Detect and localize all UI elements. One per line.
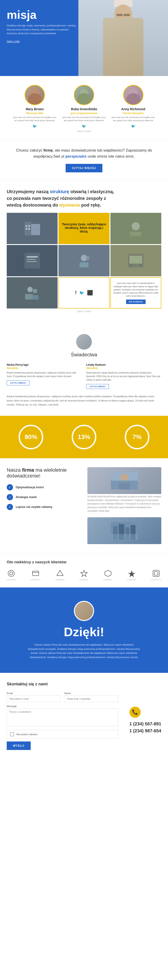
- instagram-icon[interactable]: ⬛: [87, 290, 93, 296]
- structure-section: Utrzymujemy naszą strukturę otwartą i el…: [0, 179, 168, 325]
- svg-rect-32: [111, 534, 138, 539]
- stat-item-3: 7%: [125, 425, 149, 449]
- name-label: Name: [64, 692, 118, 695]
- team-name-3: Anny Richmond: [111, 107, 156, 111]
- facebook-icon[interactable]: f: [75, 290, 77, 296]
- structure-title-hl: strukturę: [50, 189, 69, 194]
- thanks-section: Dzięki! Chcesz założyć firmę ale masz do…: [0, 587, 168, 673]
- team-role-1: Starszyny lider: [12, 112, 57, 115]
- team-grid: Mary Brown Starszyny lider Quis aute iur…: [7, 85, 161, 128]
- structure-image-6: [7, 277, 58, 309]
- contact-info: 📞 1 (234) 567-891 1 (234) 987-654: [125, 692, 161, 750]
- hero-person-glasses: [117, 14, 130, 16]
- client-logo-3: COMPAN: [56, 569, 65, 581]
- phone-number-2: 1 (234) 987-654: [130, 728, 161, 733]
- exp-label-1: Optymalizacja treści: [16, 485, 44, 489]
- twitter-icon-1[interactable]: 🐦: [32, 124, 37, 128]
- structure-image-2: [110, 213, 161, 244]
- structure-image-4: [58, 245, 109, 276]
- email-label: Email: [7, 692, 61, 695]
- team-avatar-1: [25, 85, 45, 105]
- hero-image: [78, 0, 168, 76]
- svg-rect-35: [32, 571, 39, 576]
- experience-title: Nasza firma ma wieloletnie doświadczenie…: [7, 467, 81, 479]
- message-label: Message: [7, 705, 118, 708]
- exp-title-hl: firma: [22, 467, 34, 473]
- form-group-email: Email: [7, 692, 61, 702]
- twitter-icon-social[interactable]: 🐦: [79, 290, 84, 295]
- experience-left: Nasza firma ma wieloletnie doświadczenie…: [7, 467, 81, 544]
- client-icon-1: [7, 569, 16, 578]
- svg-rect-11: [27, 261, 37, 262]
- sg-cell-img5: [110, 245, 161, 276]
- white-box-text: Quis aute mare dolor in reprehenderit in…: [113, 282, 158, 298]
- sg-cell-img2: [110, 213, 161, 244]
- submit-button[interactable]: WYŚLIJ: [7, 741, 31, 750]
- client-logo-4: COMPAN: [80, 569, 89, 581]
- experience-section: Nasza firma ma wieloletnie doświadczenie…: [0, 458, 168, 553]
- svg-rect-20: [25, 294, 33, 299]
- cta-firm: firmę: [43, 148, 53, 153]
- client-logo-6: COMPAN: [127, 569, 136, 581]
- cta-button[interactable]: CZYTAJ WIĘCEJ: [66, 164, 102, 172]
- team-section: Mary Brown Starszyny lider Quis aute iur…: [0, 76, 168, 140]
- team-avatar-2: [74, 85, 94, 105]
- team-card-2: Boba Greenfielda guru programmowania Qui…: [62, 85, 106, 128]
- client-icon-6: [127, 569, 136, 578]
- sg-cell-yellow: Tworzymy żywe, oddychające struktury, kt…: [58, 213, 109, 244]
- team-name-2: Boba Greenfielda: [62, 107, 106, 111]
- team-image-credit: Zdjęcia: Freepik: [7, 128, 161, 136]
- svg-rect-2: [26, 225, 27, 227]
- name-input[interactable]: [64, 695, 118, 702]
- recaptcha-box[interactable]: Nie jestem robotem: [7, 730, 118, 739]
- hero-person: [78, 0, 168, 76]
- stats-grid: 80% 13% 7%: [7, 425, 161, 449]
- testimonials-body: Artykuł świadectwa gotowy ekspresowo, na…: [7, 395, 161, 407]
- white-box-button[interactable]: IDŹ W WIECEJ: [126, 299, 146, 304]
- svg-rect-4: [26, 228, 27, 230]
- yellow-box-title: Tworzymy żywe, oddychające struktury, kt…: [61, 223, 107, 233]
- client-logo-1: COMPAN: [7, 569, 16, 581]
- svg-rect-22: [32, 295, 38, 299]
- thanks-title: Dzięki!: [7, 625, 161, 639]
- svg-rect-5: [28, 228, 30, 230]
- exp-item-2: ✓ Strategia marki: [7, 494, 81, 500]
- testimonial-card-1: Nicka Perry'ego Specjalista Artykuł świa…: [7, 363, 82, 389]
- testimonial-btn-2[interactable]: CZYTAJ WIĘCEJ: [86, 384, 109, 389]
- testimonials-grid: Nicka Perry'ego Specjalista Artykuł świa…: [7, 363, 161, 389]
- sg-cell-social: f 🐦 ⬛: [58, 277, 109, 309]
- client-logo-2: CONTACT: [31, 569, 41, 581]
- stat-item-2: 13%: [72, 425, 96, 449]
- hero-link[interactable]: Zdjęć z linki: [7, 40, 19, 43]
- client-name-6: COMPAN: [127, 579, 136, 581]
- thanks-avatar: [74, 601, 94, 621]
- exp-label-3: Lepsze niż zwykłe reklamy: [16, 505, 53, 509]
- team-card-1: Mary Brown Starszyny lider Quis aute iur…: [12, 85, 57, 128]
- testimonials-avatar: [76, 334, 92, 350]
- hero-description: Działamy kierując misją, autonomią, prof…: [7, 24, 78, 35]
- testimonial-text-2: Automatyczne usługi świadome systemowo p…: [86, 371, 161, 382]
- exp-image-bottom: [87, 517, 161, 544]
- team-desc-3: Quis aute iure elit occaecate nisi fring…: [111, 116, 156, 122]
- testimonial-card-2: Lindę Hudson Specjalista Automatyczne us…: [86, 363, 161, 389]
- svg-rect-10: [27, 259, 35, 260]
- cta-text-end: unde omnis iste natus error.: [86, 154, 134, 159]
- client-name-4: COMPAN: [80, 579, 89, 581]
- svg-point-34: [10, 572, 13, 575]
- testimonial-btn-1[interactable]: CZYTAJ WIĘCEJ: [7, 380, 29, 385]
- structure-title-p3: pod rękę.: [80, 202, 101, 207]
- twitter-icon-3[interactable]: 🐦: [131, 124, 136, 128]
- message-input[interactable]: [7, 708, 118, 726]
- client-logo-7: CONTACT: [151, 569, 161, 581]
- twitter-icon-2[interactable]: 🐦: [82, 124, 86, 128]
- svg-point-24: [121, 474, 128, 481]
- email-input[interactable]: [7, 695, 61, 702]
- exp-item-1: ✓ Optymalizacja treści: [7, 484, 81, 490]
- recaptcha-checkbox[interactable]: [10, 732, 14, 737]
- team-desc-1: Quis aute iure elit occaecate nisi fring…: [12, 116, 57, 122]
- stat-circle-3: 7%: [125, 425, 149, 449]
- structure-white-box: Quis aute mare dolor in reprehenderit in…: [110, 277, 161, 309]
- svg-point-18: [140, 264, 142, 266]
- team-desc-2: Quis aute iure elit occaecate nisi fring…: [62, 116, 106, 122]
- exp-title-p1: Nasza: [7, 467, 22, 473]
